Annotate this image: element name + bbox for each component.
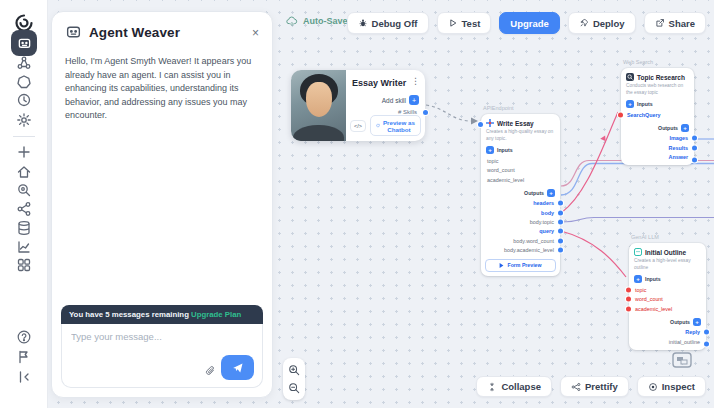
input-connector-dot[interactable] (626, 306, 631, 311)
node-input-connector-dot[interactable] (478, 122, 483, 127)
collapse-sidebar-icon[interactable] (16, 369, 32, 385)
add-output-button[interactable]: + (681, 124, 689, 132)
node-description: Creates a high-quality essay on any topi… (481, 129, 560, 142)
output-row[interactable]: body.word_count (481, 236, 560, 245)
share-button[interactable]: Share (644, 12, 706, 34)
output-row[interactable]: Results (621, 143, 694, 152)
web-search-icon (626, 73, 634, 81)
sidebar-item-agent-weaver[interactable] (11, 30, 37, 56)
share-nodes-icon[interactable] (16, 201, 32, 217)
components-icon[interactable] (16, 74, 32, 90)
add-output-button[interactable]: + (547, 189, 555, 197)
output-connector-dot[interactable] (558, 201, 563, 206)
share-icon (655, 18, 665, 28)
input-row[interactable]: SearchQuery (621, 110, 694, 119)
collapse-label: Collapse (501, 381, 541, 392)
analytics-icon[interactable] (16, 239, 32, 255)
assistant-message: Hello, I'm Agent Smyth Weaver! It appear… (52, 49, 272, 129)
play-icon (448, 18, 458, 28)
add-output-button[interactable]: + (693, 318, 701, 326)
prettify-button[interactable]: Prettify (560, 376, 629, 397)
output-row[interactable]: Images (621, 134, 694, 143)
upgrade-label: Upgrade (510, 18, 549, 29)
output-row[interactable]: headers (481, 199, 560, 208)
input-row[interactable]: word_count (481, 166, 560, 175)
input-connector-dot[interactable] (626, 288, 631, 293)
inspect-icon (648, 382, 658, 392)
message-inputbox (61, 324, 263, 388)
inspect-button[interactable]: Inspect (637, 376, 706, 397)
input-row[interactable]: academic_level (481, 175, 560, 184)
upgrade-button[interactable]: Upgrade (499, 12, 560, 34)
top-toolbar: Debug Off Test Upgrade Deploy Share (347, 12, 706, 34)
output-row[interactable]: Answer (621, 153, 694, 166)
output-row[interactable]: body.academic_level (481, 245, 560, 254)
attachment-icon[interactable] (204, 365, 216, 377)
input-connector-dot[interactable] (618, 113, 623, 118)
add-skill-button[interactable]: Add skill + (382, 95, 419, 105)
input-row[interactable]: topic (481, 156, 560, 165)
output-connector-dot[interactable] (558, 210, 563, 215)
close-icon[interactable]: × (252, 27, 259, 39)
node-topic-research[interactable]: Web Search Topic Research Conducts web r… (621, 68, 694, 165)
test-label: Test (462, 18, 481, 29)
genai-llm-icon (634, 248, 642, 256)
deploy-button[interactable]: Deploy (568, 12, 636, 34)
help-icon[interactable] (16, 329, 32, 345)
add-input-button[interactable]: + (626, 100, 634, 108)
panel-header: Agent Weaver × (52, 12, 272, 49)
minimap-icon[interactable] (672, 352, 692, 368)
output-connector-dot[interactable] (692, 157, 697, 162)
output-connector-dot[interactable] (558, 248, 563, 253)
debug-button[interactable]: Debug Off (347, 12, 429, 34)
output-name: Answer (669, 154, 688, 160)
embed-code-button[interactable]: </> (350, 120, 366, 132)
agent-card[interactable]: Essay Writer ⋮ Add skill + # Skills </> … (291, 70, 425, 141)
history-icon[interactable] (16, 92, 32, 108)
database-icon[interactable] (16, 220, 32, 236)
chat-bubble-icon (376, 122, 380, 129)
input-connector-dot[interactable] (626, 297, 631, 302)
output-connector-dot[interactable] (692, 136, 697, 141)
templates-icon[interactable] (16, 257, 32, 273)
output-connector-dot[interactable] (558, 219, 563, 224)
node-title: Initial Outline (645, 249, 686, 256)
output-connector-dot[interactable] (558, 238, 563, 243)
input-row[interactable]: academic_level (629, 304, 706, 313)
zoom-out-icon[interactable] (288, 382, 300, 394)
search-tools-icon[interactable] (16, 182, 32, 198)
send-button[interactable] (221, 355, 254, 380)
output-row[interactable]: initial_outline (629, 337, 706, 350)
nodes-icon[interactable] (16, 55, 32, 71)
test-button[interactable]: Test (437, 12, 492, 34)
settings-icon[interactable] (16, 112, 32, 128)
prettify-label: Prettify (585, 381, 618, 392)
output-connector-dot[interactable] (692, 145, 697, 150)
input-row[interactable]: topic (629, 285, 706, 294)
output-connector-dot[interactable] (704, 341, 709, 346)
add-input-button[interactable]: + (634, 275, 642, 283)
play-icon (499, 263, 504, 268)
node-write-essay[interactable]: APIEndpoint Write Essay Creates a high-q… (481, 114, 560, 276)
add-input-button[interactable]: + (486, 146, 494, 154)
output-connector-dot[interactable] (558, 229, 563, 234)
add-icon[interactable] (16, 144, 32, 160)
output-row[interactable]: body.topic (481, 217, 560, 226)
input-row[interactable]: word_count (629, 295, 706, 304)
preview-chatbot-button[interactable]: Preview as Chatbot (370, 115, 421, 136)
form-preview-button[interactable]: Form Preview (485, 259, 556, 272)
agent-card-title: Essay Writer (352, 78, 406, 88)
upgrade-plan-link[interactable]: Upgrade Plan (191, 310, 241, 319)
flag-icon[interactable] (16, 349, 32, 365)
output-connector-dot[interactable] (704, 330, 709, 335)
output-row[interactable]: Reply (629, 328, 706, 337)
agent-card-footer: </> Preview as Chatbot (350, 115, 421, 136)
output-row[interactable]: body (481, 208, 560, 217)
zoom-in-icon[interactable] (288, 364, 300, 376)
home-icon[interactable] (16, 164, 32, 180)
collapse-button[interactable]: Collapse (476, 376, 552, 397)
output-row[interactable]: query (481, 227, 560, 236)
kebab-menu-icon[interactable]: ⋮ (411, 76, 420, 86)
node-initial-outline[interactable]: GenAI LLM Initial Outline Creates a high… (629, 243, 706, 350)
skills-connector-dot[interactable] (423, 110, 428, 115)
